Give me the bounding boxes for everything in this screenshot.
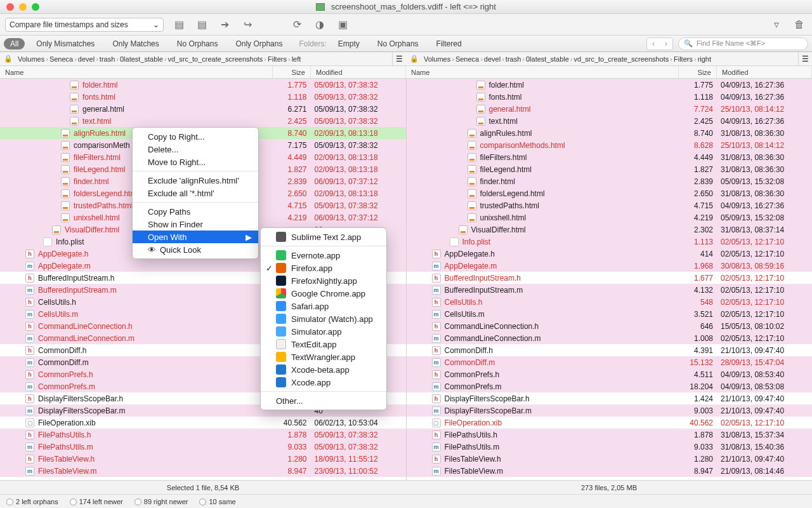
prev-next-diff[interactable]: ‹› — [646, 37, 673, 50]
menu-item[interactable]: Delete... — [133, 143, 258, 156]
file-row[interactable]: comparisonMethods.html 8.628 25/10/13, 0… — [407, 139, 813, 151]
file-row[interactable]: h DisplayFiltersScopeBar.h 1.424 21/10/1… — [407, 392, 813, 404]
menu-item[interactable]: Exclude 'alignRules.html' — [133, 174, 258, 187]
menu-item[interactable]: Show in Finder — [133, 218, 258, 231]
menu-item-app[interactable]: Xcode.app — [261, 376, 386, 389]
folder-icon[interactable]: ▣ — [335, 18, 350, 32]
file-row[interactable]: h CommonDiff.h 4.391 21/10/13, 09:47:40 — [407, 344, 813, 356]
legend-left-newer[interactable]: 174 left newer — [70, 498, 123, 505]
menu-item-app[interactable]: Simulator.app — [261, 325, 386, 338]
folders-empty[interactable]: Empty — [332, 38, 366, 50]
menu-item-app[interactable]: ✓Firefox.app — [261, 262, 386, 274]
menu-item-app[interactable]: TextEdit.app — [261, 338, 386, 351]
file-row[interactable]: m AppDelegate.m 1.968 30/08/13, 08:59:16 — [407, 260, 813, 272]
menu-item-app[interactable]: Google Chrome.app — [261, 287, 386, 300]
file-row[interactable]: unixshell.html 4.219 05/09/13, 15:32:08 — [407, 211, 813, 224]
file-row[interactable]: VisualDiffer.html 2.302 31/08/13, 08:37:… — [407, 224, 813, 236]
chevron-right-icon[interactable]: › — [660, 38, 672, 50]
file-row[interactable]: general.html 7.724 25/10/13, 08:14:12 — [407, 103, 813, 115]
file-row[interactable]: m FilesTableView.m 8.947 23/09/13, 11:00… — [0, 465, 406, 477]
chevron-left-icon[interactable]: ‹ — [647, 38, 660, 50]
legend-left-orphans[interactable]: 2 left orphans — [6, 498, 58, 505]
file-row[interactable]: h FilePathsUtils.h 1.878 05/09/13, 07:38… — [0, 429, 406, 441]
context-menu[interactable]: Copy to Right...Delete...Move to Right..… — [132, 127, 259, 259]
breadcrumb-left[interactable]: 🔒 Volumes›Seneca›devel›trash›0latest_sta… — [0, 52, 392, 65]
legend-right-newer[interactable]: 89 right newer — [134, 498, 188, 505]
file-row[interactable]: finder.html 2.839 05/09/13, 15:32:08 — [407, 175, 813, 187]
menu-item-other[interactable]: Other... — [261, 394, 386, 407]
file-row[interactable]: text.html 2.425 04/09/13, 16:27:36 — [407, 115, 813, 127]
menu-item[interactable]: 👁Quick Look — [133, 243, 258, 256]
col-name[interactable]: Name — [406, 66, 679, 78]
funnel-icon[interactable]: ▿ — [769, 18, 784, 32]
file-row[interactable]: fileFilters.html 4.449 31/08/13, 08:36:3… — [407, 151, 813, 163]
folders-filtered[interactable]: Filtered — [430, 38, 468, 50]
breadcrumb-right[interactable]: 🔒 Volumes›Seneca›devel›trash›0latest_sta… — [406, 52, 798, 65]
file-row[interactable]: h CommandLineConnection.h 646 15/05/13, … — [407, 320, 813, 332]
search-input[interactable]: 🔍 Find File Name <⌘F> — [678, 37, 808, 50]
filter-matches[interactable]: Only Matches — [106, 38, 165, 50]
file-row[interactable]: m CommonPrefs.m 18.204 04/09/13, 08:53:0… — [407, 380, 813, 392]
sidebar-toggle-icon[interactable]: ☰ — [392, 52, 406, 65]
menu-item-app[interactable]: FirefoxNightly.app — [261, 274, 386, 287]
file-row[interactable]: m FilePathsUtils.m 9.033 05/09/13, 07:38… — [0, 441, 406, 453]
file-row[interactable]: m CellsUtils.m 3.521 02/05/13, 12:17:10 — [407, 308, 813, 320]
file-row[interactable]: alignRules.html 8.740 31/08/13, 08:36:30 — [407, 127, 813, 139]
file-row[interactable]: trustedPaths.html 4.715 04/09/13, 16:27:… — [407, 199, 813, 211]
file-row[interactable]: h FilePathsUtils.h 1.878 31/08/13, 15:37… — [407, 429, 813, 441]
file-row[interactable]: h FilesTableView.h 1.280 21/10/13, 09:47… — [407, 453, 813, 465]
col-name[interactable]: Name — [0, 66, 273, 78]
menu-item[interactable]: Exclude all '*.html' — [133, 187, 258, 199]
file-row[interactable]: foldersLegend.html 2.650 31/08/13, 08:36… — [407, 187, 813, 199]
filter-no-orphans[interactable]: No Orphans — [171, 38, 225, 50]
col-modified[interactable]: Modified — [311, 66, 406, 78]
file-row[interactable]: ▢ FileOperation.xib 40.562 06/02/13, 10:… — [0, 417, 406, 429]
menu-item-app[interactable]: Xcode-beta.app — [261, 363, 386, 376]
file-row[interactable]: m CommonDiff.m 15.132 28/09/13, 15:47:04 — [407, 356, 813, 368]
menu-item-app[interactable]: Evernote.app — [261, 249, 386, 262]
file-pane-right[interactable]: folder.html 1.775 04/09/13, 16:27:36 fon… — [407, 79, 813, 480]
venn-icon[interactable]: ◑ — [312, 18, 327, 32]
legend-same[interactable]: 10 same — [199, 498, 235, 505]
file-row[interactable]: m FilePathsUtils.m 9.033 31/08/13, 15:40… — [407, 441, 813, 453]
file-row[interactable]: m CommandLineConnection.m 1.008 02/05/13… — [407, 332, 813, 344]
col-size[interactable]: Size — [679, 66, 717, 78]
collapse-left-icon[interactable]: ▤ — [171, 18, 187, 32]
file-row[interactable]: h CommonPrefs.h 4.511 04/09/13, 08:53:40 — [407, 368, 813, 380]
file-row[interactable]: fonts.html 1.118 05/09/13, 07:38:32 — [0, 91, 406, 103]
file-row[interactable]: fileLegend.html 1.827 31/08/13, 08:36:30 — [407, 163, 813, 175]
compare-mode-select[interactable]: Compare file timestamps and sizes⌄ — [5, 18, 164, 32]
file-row[interactable]: m DisplayFiltersScopeBar.m 9.003 21/10/1… — [407, 404, 813, 417]
menu-item-app[interactable]: Safari.app — [261, 300, 386, 312]
menu-item-app[interactable]: TextWrangler.app — [261, 351, 386, 363]
filter-all[interactable]: All — [4, 38, 25, 50]
open-with-submenu[interactable]: Sublime Text 2.appEvernote.app✓Firefox.a… — [260, 227, 387, 410]
file-row[interactable]: text.html 2.425 05/09/13, 07:38:32 — [0, 115, 406, 127]
file-row[interactable]: general.html 6.271 05/09/13, 07:38:32 — [0, 103, 406, 115]
menu-item[interactable]: Copy Paths — [133, 205, 258, 218]
file-row[interactable]: folder.html 1.775 04/09/13, 16:27:36 — [407, 79, 813, 91]
collapse-right-icon[interactable]: ▤ — [194, 18, 209, 32]
folders-no-orphans[interactable]: No Orphans — [371, 38, 425, 50]
col-size[interactable]: Size — [273, 66, 311, 78]
file-row[interactable]: Info.plist 1.113 02/05/13, 12:17:10 — [407, 236, 813, 248]
menu-item[interactable]: Move to Right... — [133, 156, 258, 168]
file-row[interactable]: ▢ FileOperation.xib 40.562 02/05/13, 12:… — [407, 417, 813, 429]
col-modified[interactable]: Modified — [717, 66, 812, 78]
menu-item-app[interactable]: Simulator (Watch).app — [261, 312, 386, 325]
file-row[interactable]: m FilesTableView.m 8.947 21/09/13, 08:14… — [407, 465, 813, 477]
menu-item[interactable]: Sublime Text 2.app — [261, 231, 386, 243]
menu-item[interactable]: Open With▶ — [133, 231, 258, 243]
file-row[interactable]: fonts.html 1.118 04/09/13, 16:27:36 — [407, 91, 813, 103]
sidebar-toggle-icon[interactable]: ☰ — [798, 52, 812, 65]
file-row[interactable]: folder.html 1.775 05/09/13, 07:38:32 — [0, 79, 406, 91]
file-row[interactable]: h AppDelegate.h 414 02/05/13, 12:17:10 — [407, 248, 813, 260]
file-row[interactable]: h CellsUtils.h 548 02/05/13, 12:17:10 — [407, 296, 813, 308]
menu-item[interactable]: Copy to Right... — [133, 130, 258, 143]
filter-only-orphans[interactable]: Only Orphans — [229, 38, 289, 50]
arrow-right-icon[interactable]: ➔ — [217, 18, 232, 32]
trash-icon[interactable]: 🗑 — [792, 18, 807, 32]
filter-mismatches[interactable]: Only Mismatches — [30, 38, 101, 50]
file-row[interactable]: h BufferedInputStream.h 1.677 02/05/13, … — [407, 272, 813, 284]
refresh-icon[interactable]: ⟳ — [289, 18, 304, 32]
